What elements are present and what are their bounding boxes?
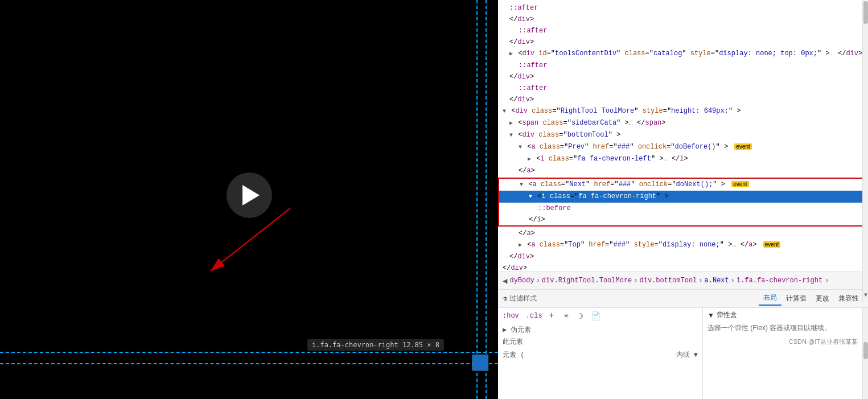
element-tooltip: i.fa.fa-chevron-right 12.85 × 8 [307,339,444,351]
element-label: 元素 ( [503,350,524,360]
tree-line-close-i: </i> [499,214,867,225]
doc-icon[interactable]: 📄 [590,310,602,322]
tab-computed[interactable]: 计算值 [781,292,811,305]
video-panel: i.fa.fa-chevron-right 12.85 × 8 [0,0,498,399]
html-tree[interactable]: ::after </div> ::after </div> ▶ <div id=… [498,0,868,272]
tree-line: ::after [498,2,868,14]
hov-cls-bar: :hov .cls + ☀ ☽ 📄 [503,310,698,322]
bottom-content: :hov .cls + ☀ ☽ 📄 ▶ 伪元素 此元素 元素 ( 内联 [498,308,868,399]
plus-icon[interactable]: + [546,310,557,322]
breadcrumb-dybody[interactable]: dyBody [509,277,534,285]
flex-box-description: 选择一个弹性 (Flex) 容器或项目以继续。 [707,323,858,333]
breadcrumb-righttool[interactable]: div.RightTool.ToolMore [542,277,632,285]
tree-line: </a> [498,228,868,239]
tree-line-a-next[interactable]: ▼ <a class="Next" href="###" onclick="do… [499,179,867,191]
breadcrumb-ichevron[interactable]: i.fa.fa-chevron-right [737,277,822,285]
tree-line: ▶ <div id="toolsContentDiv" class="catal… [498,48,868,60]
tree-line: ::after [498,60,868,71]
collapse-triangle[interactable]: ▼ [707,311,714,319]
element-highlight-box [472,355,488,371]
event-badge-top: event [763,241,780,248]
tab-changes[interactable]: 更改 [811,292,834,305]
tree-line: ▶ <span class="sidebarCata" >… </span> [498,117,868,129]
filter-bar: ⚗ 过滤样式 布局 计算值 更改 兼容性 [498,290,868,308]
tree-line: </div> [498,36,868,48]
tree-line: </div> [498,94,868,105]
devtools-panel: ::after </div> ::after </div> ▶ <div id=… [498,0,868,399]
tabs-section: 布局 计算值 更改 兼容性 [759,291,863,306]
this-element-label: 此元素 [503,338,523,346]
event-badge: event [734,143,751,150]
red-highlight-box: ▼ <a class="Next" href="###" onclick="do… [498,178,868,227]
tree-line: </div> [498,251,868,262]
flex-box-panel: ▼ 弹性盒 选择一个弹性 (Flex) 容器或项目以继续。 CSDN @IT从业… [703,308,862,399]
scrollbar-thumb[interactable] [863,1,868,24]
event-badge-next: event [731,181,748,187]
watermark: CSDN @IT从业者张某某 [707,338,858,346]
breadcrumb-bar: ◀ dyBody › div.RightTool.ToolMore › div.… [498,272,868,290]
svg-line-1 [211,208,290,271]
filter-section: ⚗ 过滤样式 [503,294,756,303]
filter-icon: ⚗ [503,294,507,303]
bottom-scrollbar[interactable] [862,308,868,399]
moon-icon[interactable]: ☽ [575,310,587,322]
red-arrow [176,197,302,288]
tree-line: ::after [498,25,868,36]
styles-panel: :hov .cls + ☀ ☽ 📄 ▶ 伪元素 此元素 元素 ( 内联 [498,308,703,399]
tree-line: ▶ <a class="Top" href="###" style="displ… [498,239,868,251]
flex-box-heading: 弹性盒 [717,310,737,320]
scroll-down-arrow[interactable]: ▼ [863,293,868,297]
bottom-scrollbar-thumb[interactable] [863,342,868,359]
breadcrumb-back-icon[interactable]: ◀ [503,276,507,286]
pseudo-section: ▶ 伪元素 此元素 [503,325,698,347]
filter-label: 过滤样式 [509,294,537,303]
flex-box-title: ▼ 弹性盒 [707,310,858,320]
tree-line: </div> [498,71,868,83]
tree-line: ▼ <a class="Prev" href="###" onclick="do… [498,141,868,153]
breadcrumb-anext[interactable]: a.Next [705,277,729,285]
breadcrumb-bottomtool[interactable]: div.bottomTool [640,277,697,285]
tree-line: ▼ <div class="bottomTool" > [498,129,868,141]
sun-icon[interactable]: ☀ [561,310,572,322]
scrollbar[interactable]: ▼ [862,0,868,302]
tree-line: ▼ <div class="RightTool ToolMore" style=… [498,105,868,117]
tab-compat[interactable]: 兼容性 [834,292,863,305]
tree-line: </div> [498,262,868,272]
tab-layout[interactable]: 布局 [759,291,781,306]
hov-label[interactable]: :hov [503,312,519,320]
tree-line: ▶ <i class="fa fa-chevron-left" >… </i> [498,153,868,165]
pseudo-elements-label: ▶ 伪元素 [503,326,531,334]
tree-line: ::after [498,83,868,94]
tree-line: </div> [498,14,868,25]
tree-line-i-right[interactable]: ▼ <i class="fa fa-chevron-right" > [499,191,867,203]
cls-label[interactable]: .cls [526,312,542,320]
tree-line-before: ::before [499,203,867,214]
tree-line: </a> [498,165,868,176]
